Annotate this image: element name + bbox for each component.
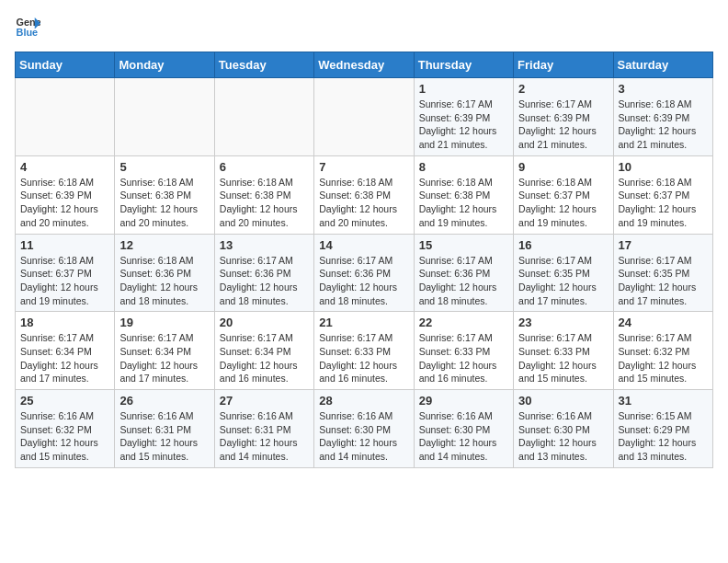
day-number: 29 xyxy=(419,394,508,408)
day-info: Sunrise: 6:18 AM Sunset: 6:38 PM Dayligh… xyxy=(220,176,309,230)
calendar-cell: 28Sunrise: 6:16 AM Sunset: 6:30 PM Dayli… xyxy=(314,390,414,468)
logo: General Blue xyxy=(15,15,40,40)
dow-header: Thursday xyxy=(414,52,513,78)
calendar-cell: 22Sunrise: 6:17 AM Sunset: 6:33 PM Dayli… xyxy=(414,312,513,390)
day-number: 18 xyxy=(20,316,109,329)
day-number: 3 xyxy=(619,82,708,96)
day-info: Sunrise: 6:17 AM Sunset: 6:34 PM Dayligh… xyxy=(20,331,109,385)
day-info: Sunrise: 6:18 AM Sunset: 6:38 PM Dayligh… xyxy=(119,176,209,230)
day-number: 8 xyxy=(419,160,508,174)
calendar-cell: 30Sunrise: 6:16 AM Sunset: 6:30 PM Dayli… xyxy=(514,390,613,468)
day-info: Sunrise: 6:17 AM Sunset: 6:35 PM Dayligh… xyxy=(518,254,608,308)
calendar-cell: 20Sunrise: 6:17 AM Sunset: 6:34 PM Dayli… xyxy=(214,312,313,390)
svg-text:Blue: Blue xyxy=(17,27,39,38)
day-info: Sunrise: 6:17 AM Sunset: 6:34 PM Dayligh… xyxy=(119,331,209,385)
day-info: Sunrise: 6:18 AM Sunset: 6:38 PM Dayligh… xyxy=(419,176,508,230)
logo-icon: General Blue xyxy=(15,15,40,40)
day-number: 13 xyxy=(220,238,309,252)
day-number: 14 xyxy=(319,238,408,252)
dow-header: Wednesday xyxy=(314,52,414,78)
day-number: 12 xyxy=(119,238,209,252)
day-info: Sunrise: 6:18 AM Sunset: 6:39 PM Dayligh… xyxy=(619,98,708,152)
calendar-cell: 26Sunrise: 6:16 AM Sunset: 6:31 PM Dayli… xyxy=(115,390,214,468)
calendar-cell: 31Sunrise: 6:15 AM Sunset: 6:29 PM Dayli… xyxy=(613,390,712,468)
day-info: Sunrise: 6:18 AM Sunset: 6:38 PM Dayligh… xyxy=(319,176,408,230)
day-info: Sunrise: 6:18 AM Sunset: 6:39 PM Dayligh… xyxy=(20,176,109,230)
calendar-cell: 23Sunrise: 6:17 AM Sunset: 6:33 PM Dayli… xyxy=(514,312,613,390)
calendar-cell xyxy=(314,78,414,156)
calendar-cell: 24Sunrise: 6:17 AM Sunset: 6:32 PM Dayli… xyxy=(613,312,712,390)
calendar-week-row: 1Sunrise: 6:17 AM Sunset: 6:39 PM Daylig… xyxy=(16,78,713,156)
day-info: Sunrise: 6:17 AM Sunset: 6:32 PM Dayligh… xyxy=(619,331,708,385)
calendar-cell: 6Sunrise: 6:18 AM Sunset: 6:38 PM Daylig… xyxy=(214,155,313,234)
day-number: 25 xyxy=(20,394,109,408)
day-number: 2 xyxy=(518,82,608,96)
day-number: 6 xyxy=(220,160,309,174)
header: General Blue xyxy=(15,15,713,40)
calendar-cell: 8Sunrise: 6:18 AM Sunset: 6:38 PM Daylig… xyxy=(414,155,513,234)
day-number: 23 xyxy=(518,316,608,329)
day-info: Sunrise: 6:18 AM Sunset: 6:37 PM Dayligh… xyxy=(619,176,708,230)
day-number: 9 xyxy=(518,160,608,174)
day-info: Sunrise: 6:17 AM Sunset: 6:36 PM Dayligh… xyxy=(220,254,309,308)
calendar-cell xyxy=(115,78,214,156)
day-info: Sunrise: 6:17 AM Sunset: 6:34 PM Dayligh… xyxy=(220,331,309,385)
dow-header: Monday xyxy=(115,52,214,78)
day-info: Sunrise: 6:17 AM Sunset: 6:35 PM Dayligh… xyxy=(619,254,708,308)
calendar-cell: 5Sunrise: 6:18 AM Sunset: 6:38 PM Daylig… xyxy=(115,155,214,234)
dow-header: Friday xyxy=(514,52,613,78)
calendar-cell: 14Sunrise: 6:17 AM Sunset: 6:36 PM Dayli… xyxy=(314,234,414,312)
calendar-cell xyxy=(214,78,313,156)
day-info: Sunrise: 6:17 AM Sunset: 6:33 PM Dayligh… xyxy=(518,331,608,385)
day-info: Sunrise: 6:17 AM Sunset: 6:33 PM Dayligh… xyxy=(319,331,408,385)
calendar-week-row: 4Sunrise: 6:18 AM Sunset: 6:39 PM Daylig… xyxy=(16,155,713,234)
day-info: Sunrise: 6:16 AM Sunset: 6:31 PM Dayligh… xyxy=(220,409,309,464)
day-number: 1 xyxy=(419,82,508,96)
calendar-cell: 16Sunrise: 6:17 AM Sunset: 6:35 PM Dayli… xyxy=(514,234,613,312)
day-number: 30 xyxy=(518,394,608,408)
day-number: 28 xyxy=(319,394,408,408)
day-number: 17 xyxy=(619,238,708,252)
day-number: 11 xyxy=(20,238,109,252)
calendar-cell: 29Sunrise: 6:16 AM Sunset: 6:30 PM Dayli… xyxy=(414,390,513,468)
day-info: Sunrise: 6:16 AM Sunset: 6:30 PM Dayligh… xyxy=(319,409,408,464)
day-number: 26 xyxy=(119,394,209,408)
calendar-cell: 27Sunrise: 6:16 AM Sunset: 6:31 PM Dayli… xyxy=(214,390,313,468)
calendar-week-row: 18Sunrise: 6:17 AM Sunset: 6:34 PM Dayli… xyxy=(16,312,713,390)
day-number: 7 xyxy=(319,160,408,174)
day-info: Sunrise: 6:17 AM Sunset: 6:33 PM Dayligh… xyxy=(419,331,508,385)
day-info: Sunrise: 6:16 AM Sunset: 6:31 PM Dayligh… xyxy=(119,409,209,464)
dow-header: Sunday xyxy=(16,52,115,78)
day-info: Sunrise: 6:15 AM Sunset: 6:29 PM Dayligh… xyxy=(619,409,708,464)
day-info: Sunrise: 6:16 AM Sunset: 6:30 PM Dayligh… xyxy=(518,409,608,464)
calendar-cell xyxy=(16,78,115,156)
calendar-cell: 2Sunrise: 6:17 AM Sunset: 6:39 PM Daylig… xyxy=(514,78,613,156)
day-info: Sunrise: 6:17 AM Sunset: 6:39 PM Dayligh… xyxy=(518,98,608,152)
day-info: Sunrise: 6:18 AM Sunset: 6:36 PM Dayligh… xyxy=(119,254,209,308)
calendar-cell: 3Sunrise: 6:18 AM Sunset: 6:39 PM Daylig… xyxy=(613,78,712,156)
day-info: Sunrise: 6:17 AM Sunset: 6:36 PM Dayligh… xyxy=(319,254,408,308)
day-number: 31 xyxy=(619,394,708,408)
day-number: 5 xyxy=(119,160,209,174)
day-number: 4 xyxy=(20,160,109,174)
calendar-cell: 19Sunrise: 6:17 AM Sunset: 6:34 PM Dayli… xyxy=(115,312,214,390)
day-info: Sunrise: 6:16 AM Sunset: 6:32 PM Dayligh… xyxy=(20,409,109,464)
day-number: 24 xyxy=(619,316,708,329)
calendar-cell: 25Sunrise: 6:16 AM Sunset: 6:32 PM Dayli… xyxy=(16,390,115,468)
calendar-cell: 15Sunrise: 6:17 AM Sunset: 6:36 PM Dayli… xyxy=(414,234,513,312)
dow-header: Saturday xyxy=(613,52,712,78)
day-number: 20 xyxy=(220,316,309,329)
day-number: 19 xyxy=(119,316,209,329)
calendar-cell: 12Sunrise: 6:18 AM Sunset: 6:36 PM Dayli… xyxy=(115,234,214,312)
calendar-cell: 17Sunrise: 6:17 AM Sunset: 6:35 PM Dayli… xyxy=(613,234,712,312)
calendar-cell: 10Sunrise: 6:18 AM Sunset: 6:37 PM Dayli… xyxy=(613,155,712,234)
day-info: Sunrise: 6:16 AM Sunset: 6:30 PM Dayligh… xyxy=(419,409,508,464)
calendar-week-row: 25Sunrise: 6:16 AM Sunset: 6:32 PM Dayli… xyxy=(16,390,713,468)
calendar-cell: 11Sunrise: 6:18 AM Sunset: 6:37 PM Dayli… xyxy=(16,234,115,312)
day-info: Sunrise: 6:17 AM Sunset: 6:39 PM Dayligh… xyxy=(419,98,508,152)
dow-header: Tuesday xyxy=(214,52,313,78)
day-number: 27 xyxy=(220,394,309,408)
day-number: 21 xyxy=(319,316,408,329)
calendar-week-row: 11Sunrise: 6:18 AM Sunset: 6:37 PM Dayli… xyxy=(16,234,713,312)
day-number: 15 xyxy=(419,238,508,252)
